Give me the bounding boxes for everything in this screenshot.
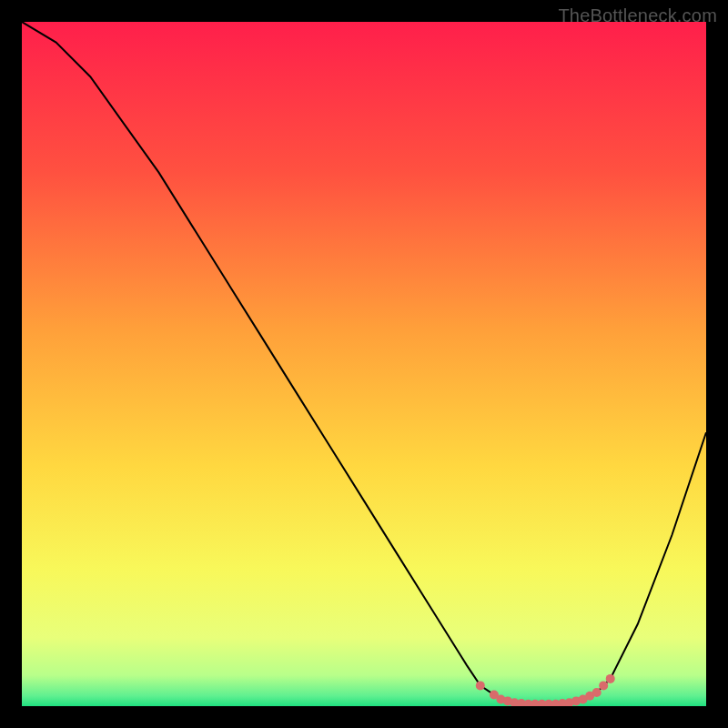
curve-layer — [22, 22, 706, 706]
watermark-text: TheBottleneck.com — [558, 5, 717, 26]
chart-container — [22, 22, 706, 706]
highlight-dot — [592, 688, 602, 697]
main-curve-line — [22, 22, 706, 704]
highlight-dot — [476, 681, 485, 690]
highlight-markers — [476, 674, 615, 706]
highlight-dot — [606, 674, 615, 683]
highlight-dot — [599, 681, 608, 690]
